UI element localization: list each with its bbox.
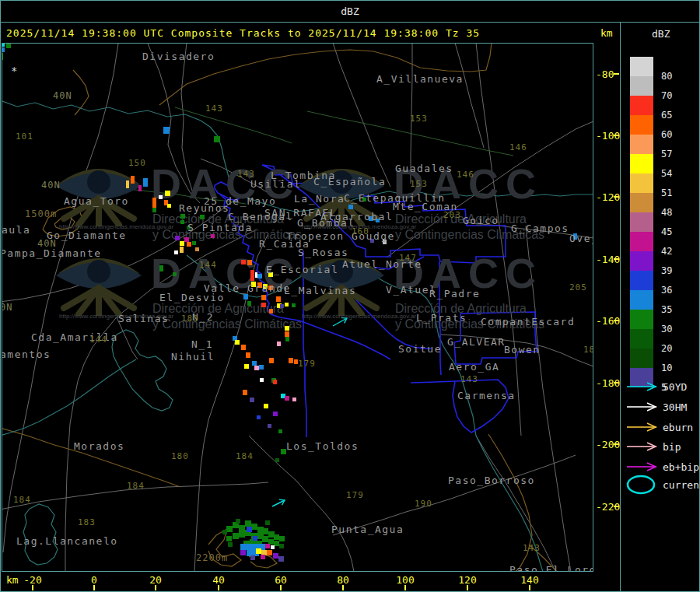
page-title: dBZ bbox=[341, 5, 359, 17]
eburn-arrow-glyph bbox=[627, 423, 656, 431]
title-bar: dBZ bbox=[0, 0, 700, 23]
map-panel: 2025/11/14 19:38:00 UTC Composite Tracks… bbox=[0, 23, 621, 591]
legend-label-50YD: 50YD bbox=[663, 381, 687, 393]
eb+bip-arrow-glyph bbox=[627, 463, 656, 471]
50YD-arrow-glyph bbox=[627, 383, 656, 391]
legend-label-30HM: 30HM bbox=[663, 401, 687, 413]
legend-glyphs bbox=[621, 23, 699, 591]
legend-label-bip: bip bbox=[663, 441, 681, 453]
dbz-sidebar: dBZ 807065605754514845423936353020105 50… bbox=[621, 23, 699, 591]
current-ellipse-glyph bbox=[628, 476, 654, 493]
30HM-arrow-glyph bbox=[627, 403, 656, 411]
legend-label-current: current bbox=[663, 479, 700, 491]
legend-label-eburn: eburn bbox=[663, 422, 693, 433]
bip-arrow-glyph bbox=[627, 443, 656, 450]
legend-label-eb+bip: eb+bip bbox=[663, 461, 699, 473]
axis-ticks bbox=[0, 23, 620, 591]
